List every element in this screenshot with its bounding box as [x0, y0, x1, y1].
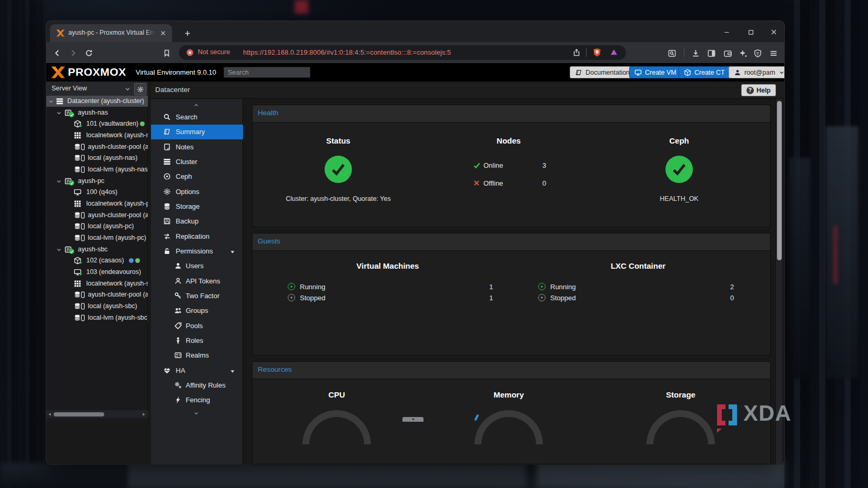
tree-item-node[interactable]: ayush-sbc [46, 244, 148, 255]
find-in-page-button[interactable] [664, 46, 680, 60]
tree-item-network[interactable]: localnetwork (ayush-nas) [46, 130, 148, 141]
tree-item-storage[interactable]: ayush-cluster-pool (ayush-pc) [46, 210, 148, 221]
menu-item-ceph[interactable]: Ceph [151, 169, 243, 184]
tab-close-icon[interactable] [159, 29, 167, 37]
download-button[interactable] [688, 46, 703, 60]
forward-button[interactable] [65, 46, 81, 60]
scroll-right-icon[interactable] [141, 412, 146, 417]
view-selector[interactable]: Server View [46, 82, 148, 97]
menu-item-ha[interactable]: HA [151, 363, 243, 378]
documentation-button[interactable]: Documentation [570, 66, 635, 78]
user-menu-button[interactable]: root@pam [729, 66, 784, 78]
menu-item-backup[interactable]: Backup [151, 214, 243, 229]
tree-item-node[interactable]: ayush-nas [46, 107, 148, 118]
running-badge [78, 260, 83, 265]
minimize-button[interactable] [714, 25, 739, 39]
menu-item-notes[interactable]: Notes [151, 140, 243, 155]
menu-item-realms[interactable]: Realms [151, 348, 243, 363]
back-button[interactable] [49, 46, 65, 60]
menu-item-label: Options [176, 188, 199, 196]
ceph-title: Ceph [669, 136, 689, 145]
menu-item-label: Users [186, 262, 204, 270]
tree-item-storage[interactable]: ayush-cluster-pool (ayush-sbc) [46, 289, 148, 300]
menu-item-label: Search [176, 113, 197, 121]
menu-item-affinity-rules[interactable]: Affinity Rules [151, 378, 243, 393]
create-vm-button[interactable]: Create VM [629, 66, 682, 78]
new-tab-button[interactable] [181, 27, 194, 39]
menu-item-groups[interactable]: Groups [151, 303, 243, 318]
menu-item-fencing[interactable]: Fencing [151, 393, 243, 408]
wallet-button[interactable] [720, 46, 735, 60]
tree-item-storage[interactable]: local (ayush-pc) [46, 221, 148, 232]
tree-item-node[interactable]: ayush-pc [46, 176, 148, 187]
share-icon[interactable] [572, 48, 581, 57]
tree-item-network[interactable]: localnetwork (ayush-pc) [46, 198, 148, 209]
reload-button[interactable] [81, 46, 97, 60]
storage-box-icon [79, 212, 86, 219]
tree-item-guest[interactable]: 102 (casaos) [46, 255, 148, 266]
brave-rewards-icon[interactable] [609, 48, 619, 57]
menu-item-label: Replication [176, 232, 209, 240]
tree-item-storage[interactable]: local-lvm (ayush-nas) [46, 164, 148, 175]
create-ct-button[interactable]: Create CT [679, 66, 730, 78]
tree-item-storage[interactable]: local (ayush-sbc) [46, 301, 148, 312]
menu-item-label: Storage [176, 202, 200, 210]
menu-item-permissions[interactable]: Permissions [151, 244, 243, 259]
menu-item-options[interactable]: Options [151, 185, 243, 199]
scroll-left-icon[interactable] [47, 412, 53, 417]
tree-item-storage[interactable]: ayush-cluster-pool (ayush-nas) [46, 141, 148, 152]
splitter-handle[interactable] [402, 417, 423, 422]
menu-item-users[interactable]: Users [151, 259, 243, 273]
menu-item-replication[interactable]: Replication [151, 229, 243, 244]
storage-box-icon [79, 291, 86, 298]
menu-item-cluster[interactable]: Cluster [151, 155, 243, 169]
scrollbar-thumb[interactable] [54, 412, 104, 416]
menu-item-roles[interactable]: Roles [151, 333, 243, 348]
book-icon [163, 128, 171, 136]
tree-horizontal-scrollbar[interactable] [46, 410, 148, 418]
tree-item-storage[interactable]: local-lvm (ayush-pc) [46, 232, 148, 243]
tree-item-storage[interactable]: local (ayush-nas) [46, 152, 148, 164]
brave-shield-icon[interactable] [592, 48, 602, 57]
scroll-up-icon[interactable] [192, 102, 200, 108]
scrollbar-thumb[interactable] [777, 101, 782, 260]
caret-down-icon[interactable] [229, 249, 236, 255]
leo-ai-button[interactable] [735, 46, 751, 60]
chevron-down-icon [56, 178, 62, 185]
menu-button[interactable] [765, 46, 781, 60]
caret-down-icon[interactable] [229, 368, 236, 374]
scroll-down-icon[interactable] [192, 410, 200, 416]
tree-item-network[interactable]: localnetwork (ayush-sbc) [46, 278, 148, 289]
browser-tab[interactable]: ayush-pc - Proxmox Virtual Envi [50, 24, 172, 42]
address-bar[interactable]: Not secure https://192.168.0.219:8006/#v… [179, 45, 626, 60]
maximize-button[interactable] [739, 25, 763, 39]
minimize-icon [723, 28, 731, 36]
tree-item-guest[interactable]: 100 (q4os) [46, 187, 148, 198]
menu-item-summary[interactable]: Summary [151, 125, 243, 139]
storage-box-icon [79, 155, 86, 161]
help-button[interactable]: ? Help [741, 84, 776, 96]
create-vm-label: Create VM [645, 69, 677, 76]
close-button[interactable] [762, 25, 784, 39]
tree-settings-button[interactable] [134, 83, 146, 95]
tree-item-storage[interactable]: local-lvm (ayush-sbc) [46, 312, 148, 323]
health-panel: Health Status Cluster: ayush-cluster, Qu… [252, 105, 771, 227]
vpn-button[interactable] [750, 46, 765, 60]
menu-item-api-tokens[interactable]: API Tokens [151, 274, 243, 289]
cross-icon [473, 179, 480, 187]
sidebar-button[interactable] [703, 46, 719, 60]
tree-item-guest[interactable]: 101 (vaultwarden) [46, 118, 148, 129]
wallpaper-shape [833, 226, 837, 284]
lxc-stopped-value: 0 [730, 294, 734, 302]
breadcrumb: Datacenter [155, 86, 190, 94]
menu-item-storage[interactable]: Storage [151, 199, 243, 214]
tree-item-datacenter[interactable]: Datacenter (ayush-cluster) [46, 96, 148, 107]
menu-item-search[interactable]: Search [151, 110, 243, 125]
memory-title: Memory [493, 390, 524, 399]
tree-item-guest[interactable]: 103 (endeavouros) [46, 267, 148, 278]
menu-item-pools[interactable]: Pools [151, 319, 243, 333]
menu-item-two-factor[interactable]: Two Factor [151, 289, 243, 303]
bookmark-button[interactable] [159, 46, 175, 60]
create-ct-label: Create CT [694, 69, 725, 76]
pve-search-input[interactable] [224, 67, 310, 78]
